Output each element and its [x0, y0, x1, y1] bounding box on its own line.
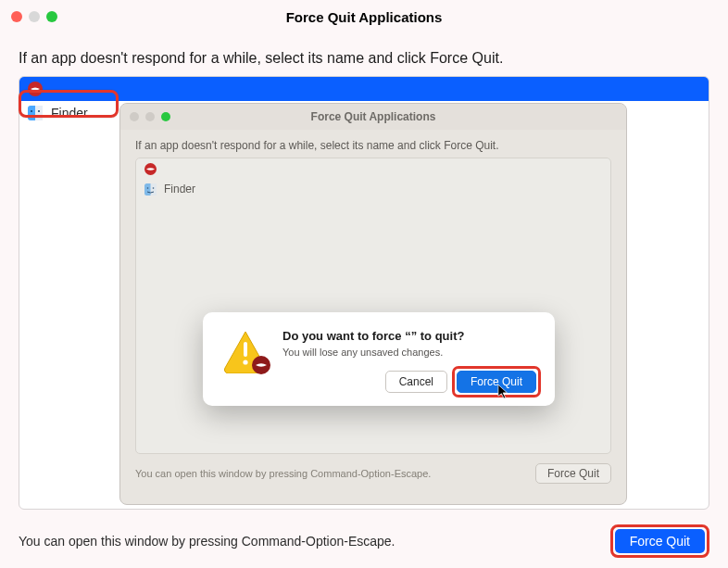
nested-footer-hint: You can open this window by pressing Com…: [135, 468, 431, 479]
nested-app-icon-blank: [144, 162, 157, 176]
nested-window-title: Force Quit Applications: [120, 110, 626, 123]
nested-titlebar: Force Quit Applications: [120, 104, 626, 130]
instruction-text: If an app doesn't respond for a while, s…: [0, 33, 728, 76]
finder-icon: [27, 105, 44, 121]
close-window-button[interactable]: [11, 11, 22, 22]
svg-point-9: [243, 360, 247, 364]
window-footer: You can open this window by pressing Com…: [0, 510, 728, 568]
nested-footer: You can open this window by pressing Com…: [120, 454, 626, 493]
dialog-body: Do you want to force “” to quit? You wil…: [282, 329, 536, 393]
cancel-button[interactable]: Cancel: [385, 371, 447, 393]
warning-icon: [221, 329, 270, 373]
dialog-heading: Do you want to force “” to quit?: [282, 329, 536, 343]
dialog-actions: Cancel Force Quit: [282, 371, 536, 393]
nested-force-quit-button: Force Quit: [535, 463, 611, 484]
svg-point-7: [153, 187, 155, 189]
nested-app-row-finder: Finder: [136, 179, 610, 199]
window-title: Force Quit Applications: [0, 9, 728, 25]
force-quit-button[interactable]: Force Quit: [615, 529, 705, 553]
nested-finder-icon: [144, 183, 157, 196]
nested-app-row-blank: [136, 158, 610, 179]
titlebar: Force Quit Applications: [0, 0, 728, 33]
nested-app-name: Finder: [164, 183, 195, 196]
footer-hint: You can open this window by pressing Com…: [19, 534, 395, 549]
annotation-highlight-force-quit: Force Quit: [610, 524, 709, 558]
force-quit-confirm-button[interactable]: Force Quit: [457, 371, 536, 393]
confirm-dialog: Do you want to force “” to quit? You wil…: [203, 312, 555, 406]
svg-point-2: [31, 110, 32, 112]
svg-point-3: [38, 110, 40, 112]
minimize-window-button[interactable]: [29, 11, 40, 22]
nested-screenshot-window: Force Quit Applications If an app doesn'…: [119, 103, 627, 505]
dialog-message: You will lose any unsaved changes.: [282, 347, 536, 358]
svg-rect-8: [244, 342, 247, 357]
cursor-icon: [497, 384, 510, 400]
app-icon-blank: [27, 81, 44, 97]
window-controls: [11, 11, 57, 22]
zoom-window-button[interactable]: [46, 11, 57, 22]
app-row-selected[interactable]: [19, 77, 709, 101]
nested-instruction-text: If an app doesn't respond for a while, s…: [120, 130, 626, 158]
nested-app-list: Finder Do you want to force “” t: [135, 158, 611, 454]
svg-point-6: [147, 187, 149, 189]
app-name: Finder: [51, 106, 88, 120]
app-list[interactable]: Finder Force Quit Applications If an app…: [19, 76, 709, 510]
